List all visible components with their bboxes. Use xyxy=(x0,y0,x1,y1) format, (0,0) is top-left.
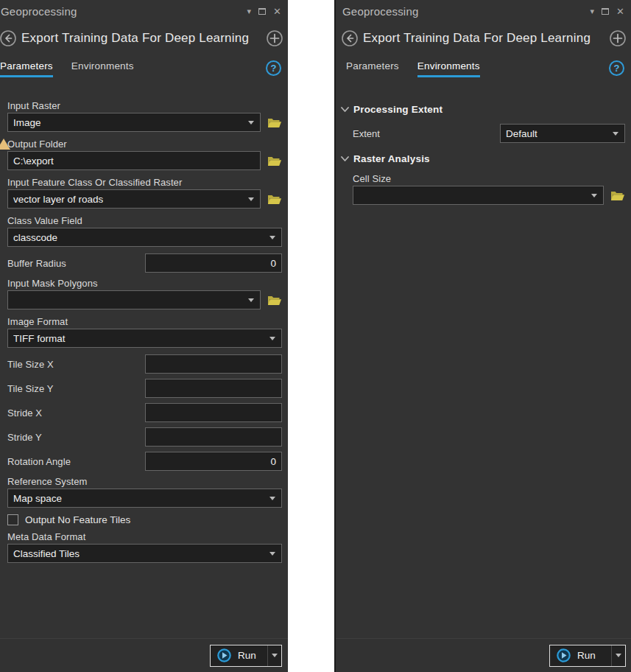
chevron-down-icon xyxy=(269,236,275,239)
tile-size-y-input[interactable] xyxy=(145,379,282,398)
chevron-down-icon xyxy=(591,194,597,197)
class-value-field-combo[interactable]: classcode xyxy=(7,228,282,247)
chevron-down-icon xyxy=(613,132,618,136)
field-label: Tile Size Y xyxy=(7,383,54,394)
tool-header: Export Training Data For Deep Learning xyxy=(0,22,288,55)
field-label: Stride Y xyxy=(7,432,42,443)
section-processing-extent[interactable]: Processing Extent xyxy=(341,104,625,115)
tab-bar: Parameters Environments ? xyxy=(0,55,288,85)
browse-folder-icon[interactable] xyxy=(267,294,282,307)
text-value: C:\export xyxy=(13,155,54,167)
pane-menu-icon[interactable]: ▾ xyxy=(591,7,595,15)
combo-value: Map space xyxy=(13,493,62,504)
input-feature-class-combo[interactable]: vector layer of roads xyxy=(7,189,261,209)
extent-combo[interactable]: Default xyxy=(500,124,625,143)
field-label: Buffer Radius xyxy=(7,258,66,269)
section-title: Processing Extent xyxy=(353,104,443,115)
tab-parameters[interactable]: Parameters xyxy=(0,60,53,77)
combo-value: Default xyxy=(506,128,537,139)
field-label: Input Feature Class Or Classified Raster xyxy=(7,177,282,188)
geoprocessing-pane-parameters: Geoprocessing ▾ ✕ Export Training Data F… xyxy=(0,0,288,672)
field-meta-data-format: Meta Data Format Classified Tiles xyxy=(7,531,282,563)
field-rotation-angle: Rotation Angle 0 xyxy=(7,452,282,471)
field-output-folder: Output Folder C:\export xyxy=(7,139,282,170)
field-label: Input Raster xyxy=(7,100,282,111)
pane-menu-icon[interactable]: ▾ xyxy=(247,7,252,15)
field-stride-x: Stride X xyxy=(7,403,282,422)
help-icon[interactable]: ? xyxy=(609,60,624,76)
tab-bar: Parameters Environments ? xyxy=(336,55,631,85)
run-label: Run xyxy=(577,650,596,661)
back-icon[interactable] xyxy=(342,30,358,46)
pane-footer: Run xyxy=(336,638,631,672)
browse-folder-icon[interactable] xyxy=(267,155,282,167)
rotation-angle-input[interactable]: 0 xyxy=(145,452,282,471)
pane-footer: Run xyxy=(0,638,288,672)
field-label: Reference System xyxy=(7,476,282,487)
tab-environments[interactable]: Environments xyxy=(71,60,134,77)
pane-float-icon[interactable] xyxy=(602,8,609,15)
image-format-combo[interactable]: TIFF format xyxy=(7,329,282,348)
combo-value: Image xyxy=(13,117,41,128)
combo-value: Classified Tiles xyxy=(13,548,80,559)
output-folder-input[interactable]: C:\export xyxy=(7,151,261,170)
warning-icon xyxy=(0,139,10,150)
field-label: Rotation Angle xyxy=(7,456,71,467)
field-buffer-radius: Buffer Radius 0 xyxy=(7,253,282,273)
tab-parameters[interactable]: Parameters xyxy=(346,60,399,77)
pane-titlebar: Geoprocessing ▾ ✕ xyxy=(336,0,631,22)
chevron-down-icon xyxy=(248,298,254,302)
pane-close-icon[interactable]: ✕ xyxy=(273,7,281,16)
pane-close-icon[interactable]: ✕ xyxy=(616,7,624,16)
reference-system-combo[interactable]: Map space xyxy=(7,489,282,508)
browse-folder-icon[interactable] xyxy=(267,193,282,206)
tile-size-x-input[interactable] xyxy=(145,354,282,374)
field-extent: Extent Default xyxy=(353,124,625,143)
combo-value: vector layer of roads xyxy=(13,194,103,205)
output-no-feature-tiles-checkbox[interactable] xyxy=(7,514,18,525)
run-options-button[interactable] xyxy=(611,645,625,666)
field-label: Extent xyxy=(353,128,500,139)
stride-y-input[interactable] xyxy=(145,427,282,447)
browse-folder-icon[interactable] xyxy=(610,189,625,202)
tool-header: Export Training Data For Deep Learning xyxy=(336,22,631,55)
field-cell-size: Cell Size xyxy=(353,173,625,205)
pane-title: Geoprocessing xyxy=(1,5,77,18)
cell-size-combo[interactable] xyxy=(353,186,604,205)
stride-x-input[interactable] xyxy=(145,403,282,422)
buffer-radius-input[interactable]: 0 xyxy=(145,253,282,273)
back-icon[interactable] xyxy=(0,30,16,46)
combo-value: TIFF format xyxy=(13,333,66,344)
tool-title: Export Training Data For Deep Learning xyxy=(363,31,591,46)
pane-titlebar: Geoprocessing ▾ ✕ xyxy=(0,0,288,22)
field-label: Meta Data Format xyxy=(7,531,282,542)
add-to-model-icon[interactable] xyxy=(267,30,283,46)
field-input-raster: Input Raster Image xyxy=(7,100,282,132)
pane-float-icon[interactable] xyxy=(258,8,266,15)
input-raster-combo[interactable]: Image xyxy=(7,113,261,132)
browse-folder-icon[interactable] xyxy=(267,116,282,129)
chevron-down-icon xyxy=(269,337,275,340)
help-icon[interactable]: ? xyxy=(266,60,281,76)
run-options-button[interactable] xyxy=(267,645,281,666)
run-label: Run xyxy=(238,650,256,661)
tab-environments[interactable]: Environments xyxy=(417,60,480,77)
field-reference-system: Reference System Map space xyxy=(7,476,282,508)
chevron-down-icon xyxy=(272,654,278,657)
field-input-mask-polygons: Input Mask Polygons xyxy=(7,278,282,309)
input-mask-polygons-combo[interactable] xyxy=(7,290,261,309)
field-tile-size-x: Tile Size X xyxy=(7,354,282,374)
run-button[interactable]: Run xyxy=(549,645,626,667)
field-label: Cell Size xyxy=(353,173,625,184)
add-to-model-icon[interactable] xyxy=(610,30,626,46)
run-button[interactable]: Run xyxy=(210,645,282,667)
chevron-down-icon xyxy=(341,155,349,162)
tool-title: Export Training Data For Deep Learning xyxy=(21,31,249,46)
chevron-down-icon xyxy=(616,654,621,657)
field-input-feature-class: Input Feature Class Or Classified Raster… xyxy=(7,177,282,209)
meta-data-format-combo[interactable]: Classified Tiles xyxy=(7,544,282,563)
section-title: Raster Analysis xyxy=(353,153,430,164)
section-raster-analysis[interactable]: Raster Analysis xyxy=(341,153,625,164)
field-class-value-field: Class Value Field classcode xyxy=(7,215,282,247)
checkbox-label: Output No Feature Tiles xyxy=(25,514,130,525)
